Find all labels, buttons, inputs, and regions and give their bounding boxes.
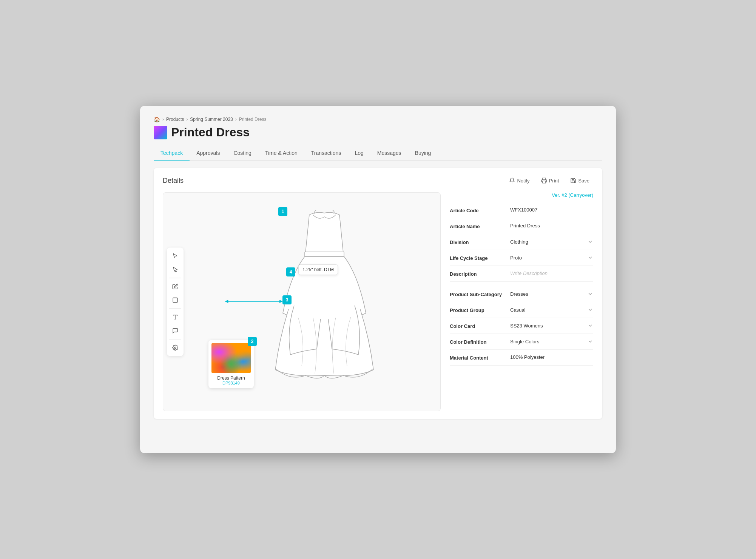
- canvas-area[interactable]: 1 4 1.25" belt. DTM 3: [163, 192, 441, 411]
- article-name-label: Article Name: [450, 223, 510, 229]
- save-button[interactable]: Save: [566, 176, 593, 185]
- tool-settings[interactable]: [169, 342, 181, 354]
- description-input[interactable]: Write Description: [510, 270, 593, 276]
- svg-rect-5: [305, 252, 344, 256]
- product-subcategory-select[interactable]: Dresses: [510, 291, 593, 297]
- swatch-image: [211, 343, 251, 373]
- lifecycle-value: Proto: [510, 255, 522, 261]
- article-code-value: WFX100007: [510, 207, 593, 213]
- swatch-card[interactable]: 2 Dress Pattern DP93149: [208, 340, 254, 388]
- tab-approvals[interactable]: Approvals: [190, 146, 227, 161]
- tab-costing[interactable]: Costing: [227, 146, 258, 161]
- product-subcategory-label: Product Sub-Category: [450, 291, 510, 297]
- version-link: Ver. #2 (Carryover): [450, 192, 593, 198]
- swatch-pattern: [211, 343, 251, 373]
- field-article-name: Article Name Printed Dress: [450, 218, 593, 234]
- notify-button[interactable]: Notify: [505, 176, 533, 185]
- tool-comment[interactable]: [169, 325, 181, 337]
- color-card-chevron: [587, 323, 593, 329]
- product-group-chevron: [587, 307, 593, 313]
- field-description: Description Write Description: [450, 266, 593, 282]
- lifecycle-select[interactable]: Proto: [510, 255, 593, 261]
- field-color-card: Color Card SS23 Womens: [450, 318, 593, 334]
- description-label: Description: [450, 270, 510, 277]
- field-material-content: Material Content 100% Polyester: [450, 350, 593, 366]
- home-icon[interactable]: 🏠: [154, 116, 160, 122]
- details-header: Details Notify Print Save: [163, 176, 593, 185]
- lifecycle-label: Life Cycle Stage: [450, 255, 510, 261]
- tool-divider-1: [169, 278, 181, 278]
- field-color-definition: Color Definition Single Colors: [450, 334, 593, 350]
- tab-transactions[interactable]: Transactions: [304, 146, 348, 161]
- division-chevron: [587, 239, 593, 245]
- tab-time-action[interactable]: Time & Action: [258, 146, 304, 161]
- tool-pointer[interactable]: [169, 264, 181, 276]
- svg-rect-1: [173, 298, 177, 303]
- field-division: Division Clothing: [450, 234, 593, 250]
- print-icon: [541, 178, 547, 184]
- dress-svg: [260, 207, 389, 396]
- color-card-label: Color Card: [450, 323, 510, 329]
- svg-rect-0: [543, 181, 546, 183]
- details-title: Details: [163, 177, 184, 185]
- tool-text[interactable]: [169, 311, 181, 323]
- swatch-name: Dress Pattern: [211, 375, 251, 381]
- color-card-value: SS23 Womens: [510, 323, 543, 329]
- color-definition-select[interactable]: Single Colors: [510, 338, 593, 344]
- tabs-nav: Techpack Approvals Costing Time & Action…: [154, 146, 602, 161]
- tool-divider-3: [169, 339, 181, 340]
- breadcrumb-season[interactable]: Spring Summer 2023: [190, 117, 233, 122]
- product-group-select[interactable]: Casual: [510, 307, 593, 313]
- subcategory-chevron: [587, 291, 593, 297]
- tool-select[interactable]: [169, 250, 181, 262]
- page-title-row: Printed Dress: [154, 125, 602, 139]
- version-anchor[interactable]: Ver. #2 (Carryover): [552, 192, 593, 198]
- color-card-select[interactable]: SS23 Womens: [510, 323, 593, 329]
- tab-techpack[interactable]: Techpack: [154, 146, 190, 161]
- breadcrumb-separator2: ›: [186, 117, 188, 122]
- field-lifecycle: Life Cycle Stage Proto: [450, 250, 593, 266]
- field-product-group: Product Group Casual: [450, 302, 593, 318]
- field-article-code: Article Code WFX100007: [450, 202, 593, 218]
- tab-messages[interactable]: Messages: [370, 146, 408, 161]
- marker-1[interactable]: 1: [278, 207, 287, 216]
- product-group-value: Casual: [510, 307, 525, 313]
- page-title: Printed Dress: [171, 125, 250, 139]
- tool-divider-2: [169, 309, 181, 309]
- print-button[interactable]: Print: [537, 176, 563, 185]
- product-subcategory-value: Dresses: [510, 291, 528, 297]
- print-label: Print: [549, 178, 559, 184]
- tab-buying[interactable]: Buying: [408, 146, 438, 161]
- form-area: Ver. #2 (Carryover) Article Code WFX1000…: [450, 192, 593, 411]
- marker-3[interactable]: 3: [282, 295, 292, 304]
- app-window: 🏠 › Products › Spring Summer 2023 › Prin…: [140, 106, 616, 453]
- color-definition-label: Color Definition: [450, 338, 510, 345]
- marker-2[interactable]: 2: [248, 337, 257, 346]
- tool-pencil[interactable]: [169, 281, 181, 293]
- bell-icon: [509, 178, 515, 184]
- notify-label: Notify: [517, 178, 529, 184]
- lifecycle-chevron: [587, 255, 593, 261]
- marker-4[interactable]: 4: [286, 267, 295, 276]
- belt-tooltip: 1.25" belt. DTM: [298, 264, 338, 275]
- material-content-value: 100% Polyester: [510, 354, 593, 360]
- color-definition-chevron: [587, 338, 593, 344]
- tab-log[interactable]: Log: [348, 146, 370, 161]
- swatch-code[interactable]: DP93149: [211, 381, 251, 385]
- article-code-label: Article Code: [450, 207, 510, 213]
- tool-rect[interactable]: [169, 294, 181, 306]
- breadcrumb-separator: ›: [162, 117, 164, 122]
- division-select[interactable]: Clothing: [510, 239, 593, 245]
- breadcrumb-products[interactable]: Products: [166, 117, 184, 122]
- details-card: Details Notify Print Save: [154, 168, 602, 419]
- breadcrumb-current: Printed Dress: [239, 117, 267, 122]
- color-definition-value: Single Colors: [510, 339, 539, 344]
- article-name-value: Printed Dress: [510, 223, 593, 229]
- save-label: Save: [578, 178, 589, 184]
- svg-point-4: [174, 347, 176, 349]
- field-product-subcategory: Product Sub-Category Dresses: [450, 286, 593, 302]
- division-value: Clothing: [510, 239, 528, 245]
- product-icon: [154, 126, 167, 139]
- breadcrumb-separator3: ›: [235, 117, 237, 122]
- product-group-label: Product Group: [450, 307, 510, 313]
